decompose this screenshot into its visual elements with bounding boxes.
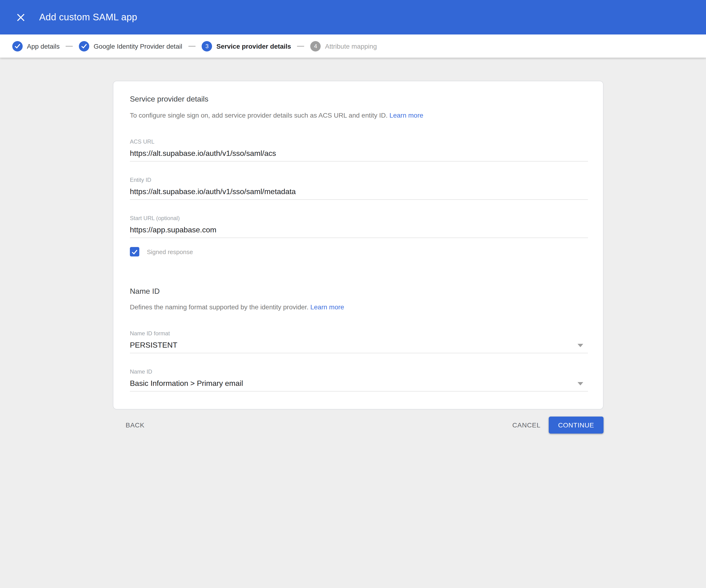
name-id-format-label: Name ID format (130, 330, 588, 337)
name-id-description: Defines the naming format supported by t… (130, 302, 588, 312)
card-description: To configure single sign on, add service… (130, 111, 588, 120)
acs-url-input[interactable]: https://alt.supabase.io/auth/v1/sso/saml… (130, 149, 588, 161)
app-bar: Add custom SAML app (0, 0, 706, 35)
close-button[interactable] (14, 11, 27, 24)
learn-more-link[interactable]: Learn more (310, 303, 344, 311)
start-url-input[interactable]: https://app.supabase.com (130, 225, 588, 238)
step-label: Service provider details (217, 42, 291, 50)
step-complete-check-icon (12, 41, 23, 51)
name-id-format-select[interactable]: PERSISTENT (130, 341, 588, 353)
start-url-field: Start URL (optional) https://app.supabas… (130, 215, 588, 238)
step-connector (297, 46, 304, 46)
learn-more-link[interactable]: Learn more (389, 112, 423, 119)
entity-id-field: Entity ID https://alt.supabase.io/auth/v… (130, 177, 588, 200)
service-provider-details-card: Service provider details To configure si… (113, 81, 603, 409)
card-title: Service provider details (130, 94, 588, 104)
step-complete-check-icon (79, 41, 89, 51)
step-label: Google Identity Provider details (94, 42, 183, 50)
dropdown-arrow-icon (578, 382, 583, 385)
step-number-badge: 4 (311, 41, 321, 51)
acs-url-label: ACS URL (130, 139, 588, 145)
wizard-footer: BACK CANCEL CONTINUE (113, 417, 603, 434)
close-icon (17, 13, 25, 21)
entity-id-input[interactable]: https://alt.supabase.io/auth/v1/sso/saml… (130, 187, 588, 200)
card-description-text: To configure single sign on, add service… (130, 112, 388, 119)
step-connector (189, 46, 196, 46)
page: Add custom SAML app App details Google I… (0, 0, 706, 588)
step-google-idp-details[interactable]: Google Identity Provider details (79, 41, 183, 51)
signed-response-label: Signed response (147, 248, 193, 255)
signed-response-checkbox[interactable] (130, 247, 139, 257)
acs-url-field: ACS URL https://alt.supabase.io/auth/v1/… (130, 139, 588, 161)
name-id-value: Basic Information > Primary email (130, 379, 243, 387)
name-id-field: Name ID Basic Information > Primary emai… (130, 368, 588, 392)
name-id-format-value: PERSISTENT (130, 341, 177, 349)
step-app-details[interactable]: App details (12, 41, 60, 51)
start-url-label: Start URL (optional) (130, 215, 588, 222)
dropdown-arrow-icon (578, 344, 583, 347)
name-id-format-field: Name ID format PERSISTENT (130, 330, 588, 353)
step-number-badge: 3 (202, 41, 212, 51)
step-service-provider-details[interactable]: 3 Service provider details (202, 41, 291, 51)
name-id-label: Name ID (130, 368, 588, 375)
name-id-section: Name ID Defines the naming format suppor… (130, 287, 588, 392)
name-id-select[interactable]: Basic Information > Primary email (130, 379, 588, 392)
signed-response-row: Signed response (130, 247, 588, 257)
checkmark-icon (132, 248, 137, 254)
name-id-description-text: Defines the naming format supported by t… (130, 303, 308, 311)
step-attribute-mapping[interactable]: 4 Attribute mapping (311, 41, 377, 51)
step-label: Attribute mapping (325, 42, 377, 50)
step-connector (66, 46, 73, 46)
page-title: Add custom SAML app (39, 12, 137, 23)
entity-id-label: Entity ID (130, 177, 588, 183)
name-id-section-title: Name ID (130, 287, 588, 296)
cancel-button[interactable]: CANCEL (509, 418, 545, 433)
back-button[interactable]: BACK (122, 418, 148, 433)
step-label: App details (27, 42, 60, 50)
continue-button[interactable]: CONTINUE (549, 417, 603, 434)
wizard-stepper: App details Google Identity Provider det… (0, 35, 706, 57)
